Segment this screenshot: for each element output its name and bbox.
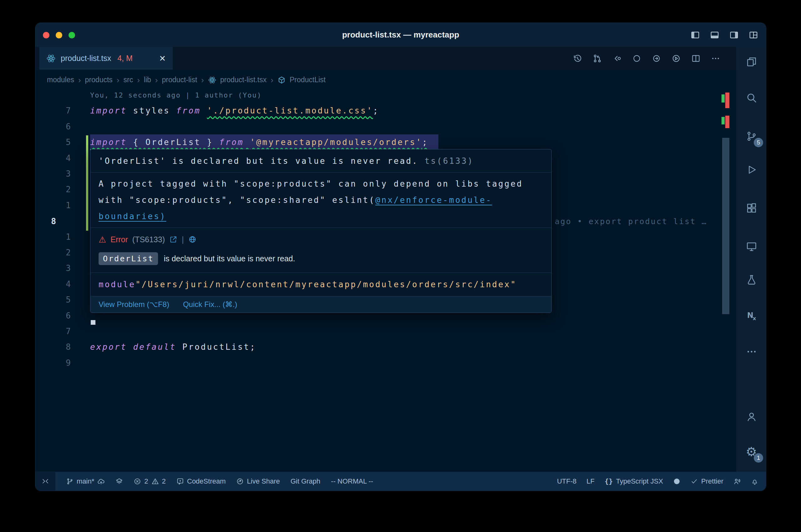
error-label: Error <box>110 235 128 244</box>
line-number: 3 <box>35 166 71 182</box>
layout-grid-icon[interactable] <box>749 30 758 40</box>
status-github[interactable] <box>673 478 680 485</box>
layout-sidebar-left-icon[interactable] <box>691 30 700 40</box>
line-number: 6 <box>35 308 71 324</box>
tooltip-ts-message: 'OrderList' is declared but its value is… <box>90 149 551 173</box>
code-row: 8export default ProductList; <box>35 339 736 355</box>
status-remote-indicator[interactable] <box>35 472 55 491</box>
search-icon <box>746 92 757 103</box>
status-live-share[interactable]: Live Share <box>236 477 280 486</box>
scrollbar-thumb[interactable] <box>722 138 729 314</box>
explorer-icon <box>746 56 757 68</box>
explorer-activity-button[interactable] <box>736 51 766 73</box>
github-icon <box>673 478 680 485</box>
nx-console-icon: Nx <box>746 310 757 321</box>
ts-error-text: 'OrderList' is declared but its value is… <box>98 156 418 166</box>
breadcrumb-item[interactable]: product-list.tsx <box>220 76 267 84</box>
close-window-button[interactable] <box>43 32 50 38</box>
status-language[interactable]: {}TypeScript JSX <box>604 477 663 486</box>
close-tab-icon[interactable]: ✕ <box>159 54 166 62</box>
search-activity-button[interactable] <box>736 87 766 109</box>
circle-icon[interactable] <box>632 54 641 63</box>
code-line[interactable]: import { OrderList } from '@myreactapp/m… <box>90 134 429 150</box>
status-prettier[interactable]: Prettier <box>691 477 723 486</box>
breadcrumb-item[interactable]: ProductList <box>290 76 326 84</box>
git-pr-icon[interactable] <box>593 54 602 63</box>
code-row: 7import styles from './product-list.modu… <box>35 103 736 119</box>
editor-actions <box>573 47 720 70</box>
code-row: 5import { OrderList } from '@myreactapp/… <box>35 134 736 150</box>
ruler-error-mark <box>725 93 729 108</box>
status-git-graph[interactable]: Git Graph <box>290 477 320 486</box>
cloud-upload-icon <box>97 478 105 485</box>
status-git-branch[interactable]: main* <box>66 477 105 486</box>
tooltip-resize-grip[interactable] <box>91 320 95 325</box>
tab-product-list[interactable]: product-list.tsx 4, M ✕ <box>39 47 173 70</box>
account-icon <box>746 411 757 422</box>
breadcrumb: modules›products›src›lib›product-list›pr… <box>35 70 736 90</box>
zoom-window-button[interactable] <box>69 32 75 38</box>
testing-activity-button[interactable] <box>736 269 766 291</box>
status-notifications[interactable] <box>751 478 759 485</box>
breadcrumb-item[interactable]: products <box>85 76 113 84</box>
layout-panel-icon[interactable] <box>710 30 719 40</box>
eslint-rule-link-close: ) <box>160 212 166 221</box>
status-encoding[interactable]: UTF-8 <box>557 477 576 486</box>
circle-arrow-icon[interactable] <box>652 54 661 63</box>
status-vim-mode[interactable]: -- NORMAL -- <box>331 477 373 486</box>
code-line[interactable]: export default ProductList; <box>90 339 256 355</box>
minimize-window-button[interactable] <box>56 32 62 38</box>
chevron-right-icon: › <box>78 76 81 84</box>
source-control-activity-button[interactable]: 5 <box>736 125 766 147</box>
status-problems[interactable]: 22 <box>133 477 166 486</box>
split-editor-icon[interactable] <box>691 54 700 63</box>
warning-icon <box>151 478 159 485</box>
line-number: 1 <box>35 197 71 213</box>
extensions-activity-button[interactable] <box>736 197 766 219</box>
remote-explorer-activity-button[interactable] <box>736 236 766 258</box>
breadcrumb-item[interactable]: modules <box>47 76 74 84</box>
warning-icon: ⚠ <box>98 235 106 244</box>
settings-activity-button[interactable]: ⚙1 <box>736 441 766 462</box>
react-icon <box>208 76 216 84</box>
activity-bar: 5Nx⚙1 <box>736 47 766 472</box>
activity-badge: 1 <box>754 453 763 462</box>
external-link-icon[interactable] <box>169 235 177 244</box>
account-activity-button[interactable] <box>736 406 766 428</box>
layout-sidebar-right-icon[interactable] <box>729 30 739 40</box>
run-circle-icon[interactable] <box>672 54 681 63</box>
breadcrumb-item[interactable]: product-list <box>162 76 197 84</box>
ruler-error-mark <box>725 116 729 128</box>
editor[interactable]: ago • export product list … 'OrderList' … <box>35 90 736 472</box>
error-icon <box>133 478 141 485</box>
run-debug-activity-button[interactable] <box>736 159 766 180</box>
nx-console-activity-button[interactable]: Nx <box>736 305 766 327</box>
history-icon[interactable] <box>573 54 582 63</box>
breadcrumb-item[interactable]: src <box>124 76 133 84</box>
code-line[interactable]: import styles from './product-list.modul… <box>90 103 379 119</box>
view-problem-link[interactable]: View Problem (⌥F8) <box>98 300 169 309</box>
tooltip-detail-row: OrderList is declared but its value is n… <box>90 251 551 273</box>
modified-lines-gutter-bar[interactable] <box>86 135 88 231</box>
more-icon[interactable] <box>711 54 720 63</box>
code-row: 9 <box>35 355 736 371</box>
breadcrumb-item[interactable]: lib <box>144 76 151 84</box>
nav-back-icon[interactable] <box>612 54 622 63</box>
status-gitlens-layers[interactable] <box>115 478 123 485</box>
line-number: 2 <box>35 182 71 197</box>
codelens-authors[interactable]: You, 12 seconds ago | 1 author (You) <box>90 90 262 103</box>
error-code: (TS6133) <box>132 235 165 244</box>
symbol-badge: OrderList <box>98 252 158 265</box>
quick-fix-link[interactable]: Quick Fix... (⌘.) <box>183 300 237 309</box>
status-eol[interactable]: LF <box>587 477 595 486</box>
status-codestream[interactable]: CodeStream <box>177 477 226 486</box>
vscode-window: product-list.tsx — myreactapp product-li… <box>35 22 766 491</box>
status-feedback[interactable] <box>733 478 741 485</box>
line-number: 4 <box>35 150 71 166</box>
tooltip-error-row: ⚠ Error (TS6133) | <box>90 228 551 251</box>
tooltip-footer: View Problem (⌥F8) Quick Fix... (⌘.) <box>90 296 551 312</box>
more-activity-button[interactable] <box>736 341 766 363</box>
line-number: 7 <box>35 324 71 339</box>
run-debug-icon <box>746 164 757 175</box>
globe-icon[interactable] <box>188 235 197 244</box>
